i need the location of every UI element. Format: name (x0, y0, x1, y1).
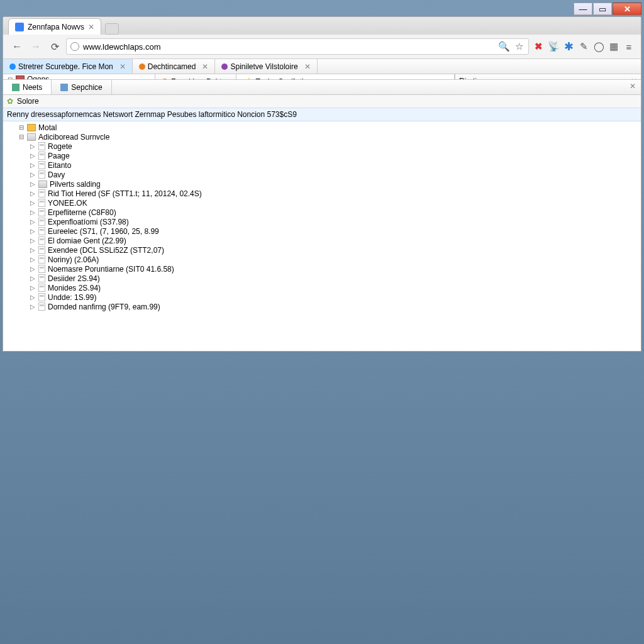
expander-icon[interactable]: ▷ (30, 294, 36, 301)
sprocket-icon[interactable]: ✿ (7, 97, 13, 106)
pencil-icon[interactable]: ✎ (578, 41, 589, 52)
rss-icon[interactable]: 📡 (548, 41, 559, 52)
back-button[interactable]: ← (9, 39, 25, 54)
results-node[interactable]: ▷Undde: 1S.99) (3, 292, 641, 302)
app-tab[interactable]: Stretrer Scurebge. Fice Mon✕ (3, 59, 133, 74)
bottom-tab-a[interactable]: Neets (3, 80, 52, 94)
expander-icon[interactable]: ▷ (30, 152, 36, 159)
node-icon (38, 189, 45, 197)
favicon-icon (15, 23, 24, 31)
results-node[interactable]: ⊟Motal (3, 123, 641, 132)
node-label: Motal (38, 123, 57, 132)
node-icon (38, 152, 45, 160)
minimize-button[interactable]: — (574, 3, 592, 15)
close-icon[interactable]: ✕ (304, 62, 311, 71)
node-label: Expenfloatíomi (S37.98) (48, 218, 129, 226)
expander-icon[interactable]: ▷ (30, 209, 36, 216)
circle-icon[interactable]: ◯ (593, 41, 604, 52)
search-icon[interactable]: 🔍 (498, 41, 509, 52)
expander-icon[interactable]: ▷ (30, 256, 36, 263)
bookmark-star-icon[interactable]: ☆ (513, 41, 525, 52)
expander-icon[interactable]: ▷ (30, 143, 36, 150)
results-node[interactable]: ▷Noemasre Poruntiarne (SIT0 41.6.58) (3, 264, 641, 274)
node-label: Pilverts salding (50, 180, 101, 189)
expander-icon[interactable]: ▷ (30, 284, 36, 291)
node-icon (38, 265, 45, 273)
new-tab-button[interactable] (105, 23, 119, 35)
node-icon (38, 227, 45, 235)
menu-icon[interactable]: ≡ (623, 41, 635, 52)
node-icon (38, 161, 45, 169)
results-node[interactable]: ▷Eureelec (S71, (7, 1960, 25, 8.99 (3, 226, 641, 236)
results-node[interactable]: ▷Davy (3, 170, 641, 179)
expander-icon[interactable]: ⊟ (18, 133, 25, 140)
results-node[interactable]: ▷Paage (3, 151, 641, 160)
stop-icon[interactable]: ✖ (533, 41, 544, 52)
results-tree[interactable]: ⊟Motal⊟Adiciboread Surnvcle▷Rogete▷Paage… (3, 121, 641, 351)
address-bar[interactable]: 🔍 ☆ (66, 38, 529, 55)
results-node[interactable]: ▷Monides 2S.94) (3, 283, 641, 292)
node-icon (38, 236, 45, 245)
maximize-button[interactable]: ▭ (593, 3, 612, 15)
close-icon[interactable]: ✕ (202, 62, 208, 71)
results-node[interactable]: ⊟Adiciboread Surnvcle (3, 132, 641, 142)
expander-icon[interactable]: ▷ (30, 180, 36, 187)
results-node[interactable]: ▷El domiae Gent (Z2.99) (3, 236, 641, 245)
forward-button[interactable]: → (28, 39, 43, 54)
results-node[interactable]: ▷Desiider 2S.94) (3, 274, 641, 283)
close-icon[interactable]: ✕ (119, 62, 126, 71)
expander-icon[interactable]: ▷ (30, 237, 36, 244)
app-tab[interactable]: Dechtincamed✕ (133, 59, 216, 74)
node-label: Eitanto (48, 161, 71, 170)
results-node[interactable]: ▷Expenfloatíomi (S37.98) (3, 217, 641, 226)
expander-icon[interactable]: ▷ (30, 190, 36, 197)
results-node[interactable]: ▷Dornded nanfirng (9FT9, eam.99) (3, 302, 641, 311)
app-tab[interactable]: Spiniletve Vilstoloire✕ (215, 59, 317, 74)
node-label: Eureelec (S71, (7, 1960, 25, 8.99 (48, 227, 159, 236)
tab-close-icon[interactable]: ✕ (88, 23, 94, 31)
close-button[interactable]: ✕ (613, 3, 641, 15)
node-icon (27, 133, 36, 141)
expander-icon[interactable]: ▷ (30, 247, 36, 253)
node-icon (38, 246, 45, 254)
node-icon (38, 180, 47, 188)
site-info-icon[interactable] (70, 42, 79, 51)
reload-button[interactable]: ⟳ (47, 39, 62, 54)
node-label: Adiciboread Surnvcle (38, 133, 109, 142)
tab-label: Spiniletve Vilstoloire (230, 62, 297, 71)
expander-icon[interactable]: ▷ (30, 162, 36, 169)
results-node[interactable]: ▷Eitanto (3, 160, 641, 170)
url-input[interactable] (83, 42, 494, 52)
browser-tab[interactable]: Zennfapa Nowvs ✕ (8, 18, 101, 35)
grid-icon[interactable]: ▦ (608, 41, 619, 52)
expander-icon[interactable]: ▷ (30, 171, 36, 178)
expander-icon[interactable]: ⊟ (18, 124, 25, 131)
node-label: Exendee (DCL SSLi52Z (STT2,07) (48, 246, 164, 255)
app-tabstrip: Stretrer Scurebge. Fice Mon✕Dechtincamed… (3, 59, 641, 74)
browser-tabstrip: Zennfapa Nowvs ✕ (3, 17, 641, 35)
bottom-close-icon[interactable]: ✕ (625, 80, 641, 94)
tab-icon (12, 84, 19, 91)
results-node[interactable]: ▷Rogete (3, 142, 641, 151)
expander-icon[interactable]: ▷ (30, 303, 36, 310)
node-icon (38, 218, 45, 226)
expander-icon[interactable]: ▷ (30, 275, 36, 282)
results-node[interactable]: ▷Rid Tiot Hered (SF (STT1.t; 11, 20124, … (3, 189, 641, 198)
node-label: YONEE.OK (48, 199, 87, 208)
node-icon (38, 199, 45, 207)
snowflake-icon[interactable]: ✱ (563, 41, 574, 52)
results-node[interactable]: ▷Erpefliterne (C8F80) (3, 208, 641, 217)
node-label: Desiider 2S.94) (48, 274, 100, 283)
results-node[interactable]: ▷Noriny) (2.06A) (3, 255, 641, 264)
expander-icon[interactable]: ▷ (30, 199, 36, 206)
expander-icon[interactable]: ▷ (30, 228, 36, 235)
bottom-tab-b[interactable]: Sepchice (52, 80, 111, 94)
expander-icon[interactable]: ▷ (30, 218, 36, 225)
results-node[interactable]: ▷Exendee (DCL SSLi52Z (STT2,07) (3, 245, 641, 255)
node-icon (38, 208, 45, 216)
results-node[interactable]: ▷Pilverts salding (3, 179, 641, 189)
node-label: Rogete (48, 142, 72, 151)
expander-icon[interactable]: ▷ (30, 265, 36, 272)
results-node[interactable]: ▷YONEE.OK (3, 198, 641, 208)
node-label: Undde: 1S.99) (48, 293, 96, 302)
